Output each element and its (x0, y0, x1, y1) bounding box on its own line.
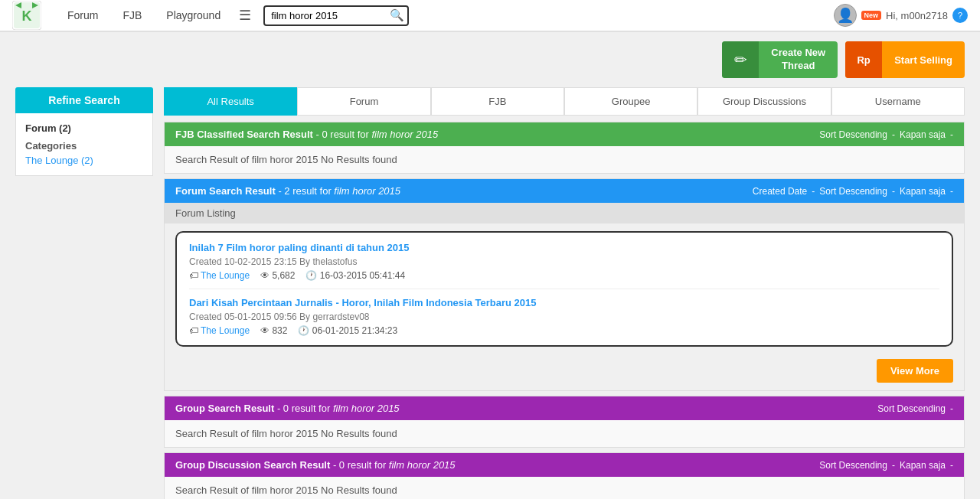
fjb-no-result: Search Result of film horor 2015 No Resu… (165, 146, 964, 173)
new-badge: New (861, 11, 882, 20)
post-1-time: 🕐 16-03-2015 05:41:44 (305, 270, 405, 281)
post-1-tag-icon: 🏷 The Lounge (189, 270, 250, 281)
post-2-meta: Created 05-01-2015 09:56 By gerrardstev0… (189, 311, 939, 322)
post-1-title[interactable]: Inilah 7 Film horor paling dinanti di ta… (189, 242, 939, 253)
post-2-views: 👁 832 (260, 325, 287, 336)
tab-group-discussions[interactable]: Group Discussions (697, 87, 831, 116)
group-no-result: Search Result of film horor 2015 No Resu… (165, 420, 964, 447)
group-discussion-kapan-label[interactable]: Kapan saja (900, 460, 946, 471)
sell-icon: Rp (845, 41, 882, 78)
create-thread-label: Create NewThread (759, 47, 838, 73)
post-2-time: 🕐 06-01-2015 21:34:23 (298, 325, 397, 336)
group-result-section: Group Search Result - 0 result for film … (164, 396, 965, 448)
forum-post-1: Inilah 7 Film horor paling dinanti di ta… (189, 242, 939, 289)
post-2-tag-icon: 🏷 The Lounge (189, 325, 250, 336)
tab-fjb[interactable]: FJB (431, 87, 564, 116)
view-more-button[interactable]: View More (877, 359, 953, 383)
forum-sort-label[interactable]: Sort Descending (819, 186, 887, 197)
post-1-tags: 🏷 The Lounge 👁 5,682 🕐 16-03-2015 05:41:… (189, 270, 939, 281)
fjb-result-title: FJB Classified Search Result - 0 result … (175, 129, 438, 140)
tab-username[interactable]: Username (831, 87, 965, 116)
search-tabs: All Results Forum FJB Groupee Group Disc… (164, 87, 965, 116)
create-thread-icon: ✏ (722, 41, 759, 78)
group-discussion-no-result: Search Result of film horor 2015 No Resu… (165, 477, 964, 499)
fjb-kapan-label[interactable]: Kapan saja (900, 129, 946, 140)
post-2-tag-label[interactable]: The Lounge (201, 325, 250, 336)
forum-created-sep: - (812, 186, 815, 197)
nav-fjb[interactable]: FJB (110, 0, 154, 31)
post-2-tags: 🏷 The Lounge 👁 832 🕐 06-01-2015 21:34:23 (189, 325, 939, 336)
forum-result-sort: Created Date - Sort Descending - Kapan s… (753, 186, 953, 197)
header: K Forum FJB Playground ☰ 🔍 👤 New Hi, m00… (0, 0, 980, 32)
group-sort-sep: - (950, 403, 953, 414)
help-button[interactable]: ? (952, 8, 968, 23)
svg-text:K: K (22, 8, 32, 24)
sidebar: Refine Search Forum (2) Categories The L… (15, 87, 153, 499)
group-sort-label[interactable]: Sort Descending (877, 403, 946, 414)
nav-playground[interactable]: Playground (154, 0, 233, 31)
sell-label: Start Selling (882, 54, 965, 66)
forum-sort-sep: - (892, 186, 895, 197)
content-area: All Results Forum FJB Groupee Group Disc… (164, 87, 965, 499)
tab-forum[interactable]: Forum (297, 87, 430, 116)
group-discussion-sort-label[interactable]: Sort Descending (819, 460, 887, 471)
forum-result-section: Forum Search Result - 2 result for film … (164, 178, 965, 391)
nav-forum[interactable]: Forum (55, 0, 110, 31)
header-user: 👤 New Hi, m00n2718 ? (834, 4, 968, 27)
fjb-sort-sep: - (892, 129, 895, 140)
logo[interactable]: K (12, 1, 41, 30)
main-layout: Refine Search Forum (2) Categories The L… (0, 87, 980, 499)
post-1-meta: Created 10-02-2015 23:15 By thelastofus (189, 256, 939, 267)
forum-post-2: Dari Kisah Percintaan Jurnalis - Horor, … (189, 297, 939, 336)
post-1-views: 👁 5,682 (260, 270, 295, 281)
search-button[interactable]: 🔍 (390, 8, 404, 22)
group-discussion-result-title: Group Discussion Search Result - 0 resul… (175, 459, 456, 471)
forum-listing-header: Forum Listing (165, 203, 964, 223)
group-discussion-sort-sep: - (892, 460, 895, 471)
group-result-title: Group Search Result - 0 result for film … (175, 403, 400, 414)
fjb-result-section: FJB Classified Search Result - 0 result … (164, 122, 965, 174)
categories-label: Categories (25, 140, 143, 152)
sidebar-content: Forum (2) Categories The Lounge (2) (15, 113, 153, 176)
fjb-sort-label[interactable]: Sort Descending (819, 129, 887, 140)
lounge-filter[interactable]: The Lounge (2) (25, 155, 143, 166)
search-wrapper: 🔍 (263, 5, 409, 26)
group-discussion-result-header: Group Discussion Search Result - 0 resul… (165, 453, 964, 477)
fjb-kapan-sep: - (950, 129, 953, 140)
create-thread-button[interactable]: ✏ Create NewThread (722, 41, 838, 78)
post-2-title[interactable]: Dari Kisah Percintaan Jurnalis - Horor, … (189, 297, 939, 308)
search-input[interactable] (263, 5, 409, 26)
tab-groupee[interactable]: Groupee (564, 87, 697, 116)
group-discussion-sort: Sort Descending - Kapan saja - (819, 460, 953, 471)
group-sort: Sort Descending - (877, 403, 953, 414)
tab-all-results[interactable]: All Results (164, 87, 297, 116)
hamburger-icon[interactable]: ☰ (233, 0, 257, 31)
greeting-text: Hi, m00n2718 (886, 10, 948, 21)
forum-result-title: Forum Search Result - 2 result for film … (175, 185, 400, 197)
refine-search-label: Refine Search (15, 87, 153, 113)
fjb-result-header: FJB Classified Search Result - 0 result … (165, 122, 964, 146)
avatar: 👤 (834, 4, 857, 27)
forum-created-label[interactable]: Created Date (753, 186, 807, 197)
forum-kapan-label[interactable]: Kapan saja (900, 186, 946, 197)
group-result-header: Group Search Result - 0 result for film … (165, 396, 964, 420)
action-bar: ✏ Create NewThread Rp Start Selling (0, 32, 980, 87)
forum-kapan-sep: - (950, 186, 953, 197)
view-more-bar: View More (165, 354, 964, 390)
start-selling-button[interactable]: Rp Start Selling (845, 41, 965, 78)
forum-posts-card: Inilah 7 Film horor paling dinanti di ta… (175, 231, 953, 347)
main-nav: Forum FJB Playground (55, 0, 233, 31)
post-1-tag-label[interactable]: The Lounge (201, 270, 250, 281)
forum-result-header: Forum Search Result - 2 result for film … (165, 179, 964, 203)
group-discussion-kapan-sep: - (950, 460, 953, 471)
fjb-result-sort: Sort Descending - Kapan saja - (819, 129, 953, 140)
forum-filter[interactable]: Forum (2) (25, 122, 143, 134)
group-discussion-result-section: Group Discussion Search Result - 0 resul… (164, 452, 965, 499)
